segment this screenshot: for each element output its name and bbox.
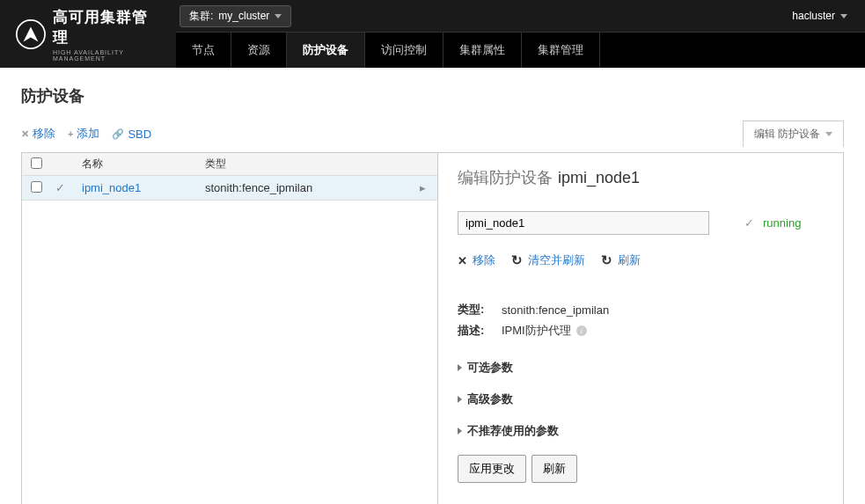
nav-tab[interactable]: 防护设备 (287, 33, 365, 68)
clear-refresh-button[interactable]: 清空并刷新 (511, 252, 585, 268)
sbd-label: SBD (128, 128, 151, 141)
close-icon: ✕ (21, 128, 29, 140)
type-value: stonith:fence_ipmilan (502, 302, 609, 318)
section-label: 可选参数 (467, 360, 513, 376)
select-all-checkbox[interactable] (31, 157, 42, 169)
device-name-input[interactable] (458, 211, 709, 235)
refresh-button[interactable]: 刷新 (601, 252, 641, 268)
nav-tab[interactable]: 访问控制 (365, 33, 443, 68)
chevron-down-icon (840, 14, 847, 18)
edit-tab[interactable]: 编辑 防护设备 (743, 121, 844, 147)
cluster-selector[interactable]: 集群: my_cluster (180, 5, 291, 27)
type-label: 类型: (458, 302, 502, 318)
logo: 高可用集群管理 HIGH AVAILABILITY MANAGEMENT (0, 0, 176, 68)
col-name: 名称 (82, 157, 205, 172)
row-name: ipmi_node1 (82, 181, 205, 194)
nav-tab[interactable]: 资源 (231, 33, 287, 68)
cluster-prefix: 集群: (189, 9, 213, 24)
detail-heading-name: ipmi_node1 (558, 169, 640, 187)
remove-button[interactable]: ✕ 移除 (21, 126, 55, 142)
nav-tab[interactable]: 集群属性 (443, 33, 522, 68)
cluster-name: my_cluster (218, 10, 269, 22)
detail-panel: 编辑防护设备 ipmi_node1 running ✕ 移除 清空并 (438, 153, 843, 504)
detail-heading-prefix: 编辑防护设备 (458, 167, 553, 188)
check-icon (55, 181, 65, 194)
logo-subtitle: HIGH AVAILABILITY MANAGEMENT (53, 49, 160, 62)
plus-icon: + (68, 128, 73, 139)
clear-refresh-label: 清空并刷新 (528, 252, 585, 268)
refresh-icon (511, 252, 523, 268)
info-icon[interactable]: i (576, 325, 587, 336)
nav-tab[interactable]: 集群管理 (522, 33, 600, 68)
detail-remove-label: 移除 (473, 252, 495, 268)
refresh-icon (601, 252, 612, 268)
nav-tabs: 节点资源防护设备访问控制集群属性集群管理 (176, 32, 865, 68)
sbd-button[interactable]: 🔗 SBD (112, 128, 151, 141)
detail-remove-button[interactable]: ✕ 移除 (458, 252, 495, 268)
desc-value: IPMI防护代理 (502, 323, 571, 339)
chevron-right-icon: ▸ (420, 181, 437, 194)
refresh-label: 刷新 (618, 252, 641, 268)
chevron-down-icon (825, 132, 832, 136)
desc-label: 描述: (458, 323, 502, 339)
refresh-form-button[interactable]: 刷新 (531, 455, 577, 483)
section-label: 不推荐使用的参数 (467, 423, 559, 439)
table-row[interactable]: ipmi_node1 stonith:fence_ipmilan ▸ (22, 176, 437, 201)
row-type: stonith:fence_ipmilan (205, 181, 420, 194)
logo-title: 高可用集群管理 (53, 7, 160, 47)
status-text: running (763, 216, 801, 230)
collapse-section[interactable]: 不推荐使用的参数 (458, 423, 824, 439)
row-checkbox[interactable] (31, 181, 42, 193)
chevron-right-icon (458, 427, 462, 435)
logo-icon (16, 17, 46, 52)
section-label: 高级参数 (467, 391, 513, 407)
edit-tab-label: 编辑 防护设备 (754, 127, 820, 142)
chevron-right-icon (458, 364, 462, 371)
user-menu[interactable]: hacluster (785, 7, 854, 25)
nav-tab[interactable]: 节点 (176, 33, 231, 68)
user-name: hacluster (792, 10, 835, 22)
chevron-down-icon (275, 14, 282, 18)
collapse-section[interactable]: 高级参数 (458, 391, 824, 407)
device-list-panel: 名称 类型 ipmi_node1 stonith:fence_ipmilan ▸ (22, 153, 438, 504)
col-type: 类型 (205, 157, 437, 172)
status-badge: running (744, 216, 801, 230)
check-icon (744, 216, 754, 230)
add-button[interactable]: + 添加 (68, 126, 99, 142)
link-icon: 🔗 (112, 128, 124, 140)
close-icon: ✕ (458, 254, 467, 267)
table-header: 名称 类型 (22, 153, 437, 176)
page-title: 防护设备 (21, 85, 844, 106)
apply-button[interactable]: 应用更改 (458, 455, 526, 483)
add-label: 添加 (77, 126, 99, 142)
chevron-right-icon (458, 396, 462, 403)
collapse-section[interactable]: 可选参数 (458, 360, 824, 376)
remove-label: 移除 (33, 126, 55, 142)
